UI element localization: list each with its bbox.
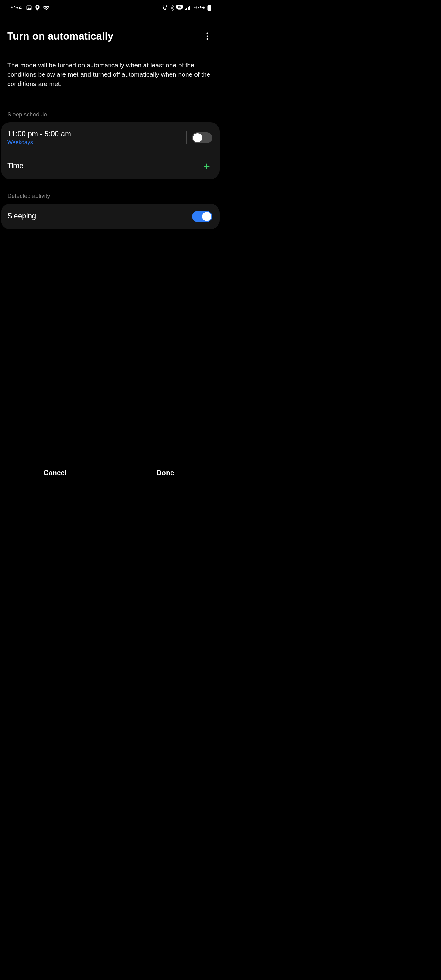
footer: Cancel Done [0, 463, 221, 483]
sleeping-row[interactable]: Sleeping [1, 204, 220, 229]
signal-icon [185, 5, 191, 10]
schedule-toggle[interactable] [192, 132, 212, 143]
done-button[interactable]: Done [110, 463, 221, 483]
gallery-icon [26, 5, 32, 11]
sleep-schedule-card: 11:00 pm - 5:00 am Weekdays Time [1, 122, 220, 179]
page-title: Turn on automatically [7, 30, 114, 42]
schedule-row[interactable]: 11:00 pm - 5:00 am Weekdays [1, 122, 220, 153]
svg-point-12 [207, 35, 208, 37]
status-bar: 6:54 5G 97% [0, 0, 221, 15]
detected-activity-card: Sleeping [1, 204, 220, 229]
svg-rect-6 [186, 8, 187, 10]
schedule-time-range: 11:00 pm - 5:00 am [7, 130, 183, 138]
schedule-days: Weekdays [7, 139, 183, 146]
header: Turn on automatically [0, 15, 221, 48]
svg-rect-5 [185, 9, 186, 10]
svg-rect-10 [208, 5, 211, 11]
toggle-thumb [202, 212, 211, 221]
toggle-thumb [193, 133, 202, 142]
plus-icon [202, 162, 211, 170]
more-vertical-icon [206, 32, 208, 40]
add-time-label: Time [7, 161, 23, 170]
alarm-icon [162, 5, 168, 10]
bluetooth-icon [170, 5, 174, 11]
description-text: The mode will be turned on automatically… [0, 48, 221, 98]
location-icon [35, 5, 40, 11]
svg-point-13 [207, 38, 208, 40]
svg-rect-8 [189, 6, 190, 10]
sleeping-toggle[interactable] [192, 211, 212, 222]
svg-text:5G: 5G [178, 5, 181, 8]
schedule-row-text: 11:00 pm - 5:00 am Weekdays [7, 130, 183, 146]
add-time-row[interactable]: Time [1, 153, 220, 179]
divider-vertical [186, 131, 186, 144]
sleeping-label: Sleeping [7, 212, 36, 220]
status-bar-right: 5G 97% [162, 4, 211, 11]
battery-icon [207, 5, 211, 11]
svg-point-11 [207, 33, 208, 34]
svg-rect-9 [209, 5, 210, 5]
add-time-button[interactable] [201, 161, 212, 172]
battery-percent: 97% [194, 4, 205, 11]
svg-rect-7 [188, 7, 189, 10]
status-time: 6:54 [10, 4, 22, 11]
more-options-button[interactable] [204, 30, 211, 42]
network-5g-icon: 5G [177, 5, 183, 10]
cancel-button[interactable]: Cancel [0, 463, 110, 483]
detected-activity-label: Detected activity [0, 179, 221, 204]
wifi-icon [43, 5, 49, 10]
svg-point-1 [28, 6, 29, 7]
sleep-schedule-label: Sleep schedule [0, 98, 221, 122]
status-bar-left: 6:54 [10, 4, 49, 11]
